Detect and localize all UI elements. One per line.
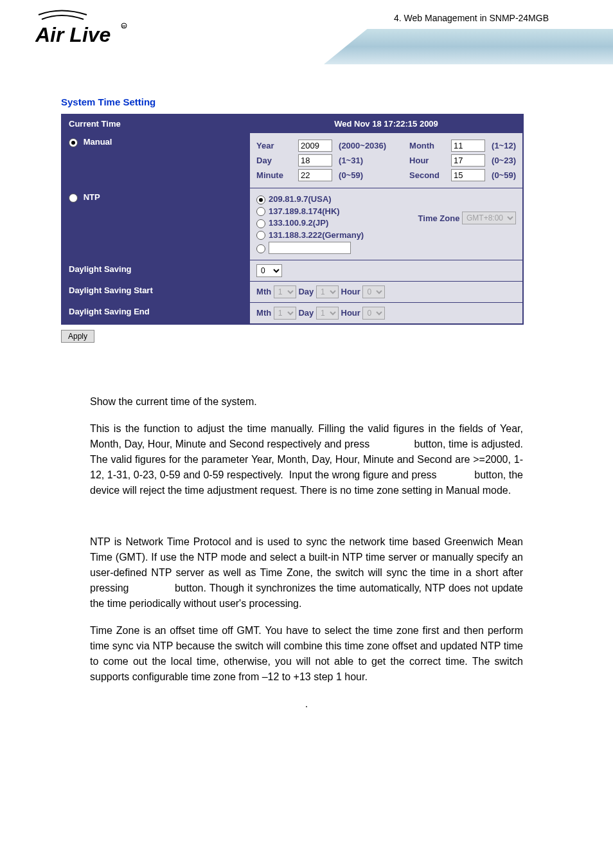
body-text: Show the current time of the system. Thi… bbox=[61, 394, 552, 712]
dst-value-cell: 0 bbox=[250, 260, 523, 282]
body-p4: Time Zone is an offset time off GMT. You… bbox=[90, 623, 523, 685]
manual-fields: Year (2000~2036) Month (1~12) Day (1~31)… bbox=[250, 133, 523, 188]
month-label: Month bbox=[409, 141, 445, 150]
ntp-section: NTP bbox=[62, 188, 250, 260]
hour-label: Hour bbox=[409, 156, 445, 165]
ntp-label: NTP bbox=[84, 192, 100, 202]
dst-select[interactable]: 0 bbox=[256, 264, 282, 277]
chapter-title: 4. Web Management in SNMP-24MGB bbox=[394, 13, 549, 23]
dst-start-hour[interactable]: 0 bbox=[362, 285, 385, 298]
second-range: (0~59) bbox=[492, 170, 516, 180]
day-range: (1~31) bbox=[339, 156, 403, 165]
minute-input[interactable] bbox=[298, 169, 332, 181]
page-title: System Time Setting bbox=[61, 96, 552, 107]
dst-start-day[interactable]: 1 bbox=[316, 285, 339, 298]
dst-start-label: Daylight Saving Start bbox=[62, 282, 250, 303]
ntp-fields: 209.81.9.7(USA) 137.189.8.174(HK) 133.10… bbox=[250, 188, 523, 260]
ntp-server-3-radio[interactable] bbox=[256, 231, 265, 240]
dst-label: Daylight Saving bbox=[62, 260, 250, 282]
ntp-server-custom-radio[interactable] bbox=[256, 244, 265, 253]
ntp-server-2: 133.100.9.2(JP) bbox=[269, 218, 328, 228]
minute-range: (0~59) bbox=[339, 170, 403, 180]
apply-button[interactable]: Apply bbox=[61, 330, 94, 343]
body-p2: This is the function to adjust the time … bbox=[90, 421, 523, 498]
month-input[interactable] bbox=[451, 140, 485, 152]
ntp-server-1-radio[interactable] bbox=[256, 207, 265, 216]
current-time-label: Current Time bbox=[62, 114, 250, 133]
dst-start-controls: Mth 1 Day 1 Hour 0 bbox=[250, 282, 523, 303]
logo: Air Live R bbox=[35, 10, 129, 57]
minute-label: Minute bbox=[256, 170, 292, 180]
ntp-server-0-radio[interactable] bbox=[256, 195, 265, 204]
ntp-radio[interactable] bbox=[69, 194, 78, 203]
timezone-label: Time Zone bbox=[418, 213, 460, 223]
year-input[interactable] bbox=[298, 140, 332, 152]
body-p5: . bbox=[90, 696, 523, 712]
current-time-value: Wed Nov 18 17:22:15 2009 bbox=[250, 114, 523, 133]
hour-range: (0~23) bbox=[492, 156, 516, 165]
month-range: (1~12) bbox=[492, 141, 516, 150]
manual-radio[interactable] bbox=[69, 138, 78, 147]
manual-section: Manual bbox=[62, 133, 250, 188]
day-label: Day bbox=[256, 156, 292, 165]
ntp-server-2-radio[interactable] bbox=[256, 219, 265, 228]
ntp-server-0: 209.81.9.7(USA) bbox=[269, 194, 332, 204]
timezone-select[interactable]: GMT+8:00 bbox=[462, 212, 516, 224]
dst-end-controls: Mth 1 Day 1 Hour 0 bbox=[250, 303, 523, 325]
dst-end-hour[interactable]: 0 bbox=[362, 307, 385, 320]
second-input[interactable] bbox=[451, 169, 485, 181]
header-banner bbox=[324, 29, 613, 64]
dst-start-mth[interactable]: 1 bbox=[274, 285, 296, 298]
body-p1: Show the current time of the system. bbox=[90, 394, 523, 410]
second-label: Second bbox=[409, 170, 445, 180]
year-label: Year bbox=[256, 141, 292, 150]
body-p3: NTP is Network Time Protocol and is used… bbox=[90, 534, 523, 611]
day-input[interactable] bbox=[298, 154, 332, 167]
dst-end-mth[interactable]: 1 bbox=[274, 307, 296, 320]
ntp-server-3: 131.188.3.222(Germany) bbox=[269, 230, 364, 240]
svg-text:Air Live: Air Live bbox=[35, 23, 111, 46]
year-range: (2000~2036) bbox=[339, 141, 403, 150]
dst-end-day[interactable]: 1 bbox=[316, 307, 339, 320]
ntp-server-1: 137.189.8.174(HK) bbox=[269, 206, 340, 216]
manual-label: Manual bbox=[84, 137, 112, 147]
ntp-custom-input[interactable] bbox=[269, 242, 351, 254]
dst-end-label: Daylight Saving End bbox=[62, 303, 250, 325]
time-settings-table: Current Time Wed Nov 18 17:22:15 2009 Ma… bbox=[61, 114, 524, 325]
hour-input[interactable] bbox=[451, 154, 485, 167]
svg-text:R: R bbox=[122, 24, 126, 30]
